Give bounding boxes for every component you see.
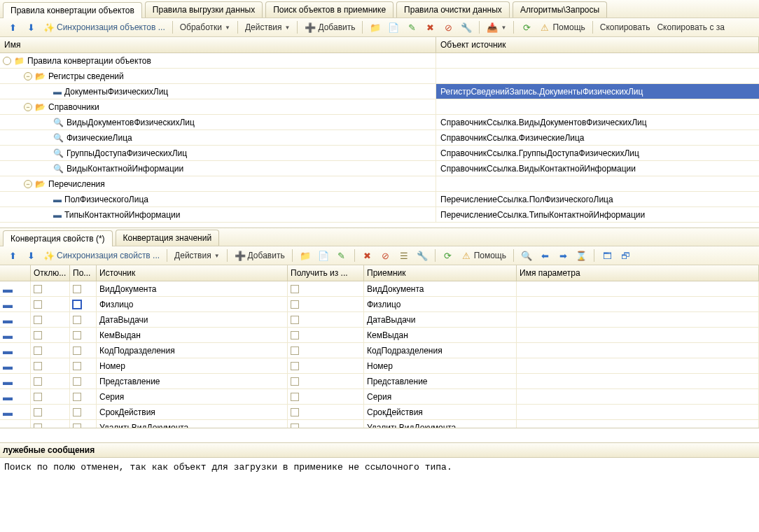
tree-row-contact-types[interactable]: 🔍ВидыКонтактнойИнформации СправочникСсыл… (0, 161, 759, 176)
delete-icon[interactable]: ✖ (422, 20, 438, 34)
checkbox-po[interactable] (73, 377, 81, 386)
checkbox-get[interactable] (291, 300, 299, 309)
search-icon[interactable]: 🔍 (518, 248, 535, 262)
prev-icon[interactable]: ⬅ (536, 248, 553, 262)
prop-row[interactable]: ▬ Серия Серия (0, 389, 759, 405)
actions-button[interactable]: Действия▼ (172, 249, 223, 262)
checkbox-disabled[interactable] (34, 408, 42, 416)
collapse-icon[interactable]: − (24, 103, 32, 111)
copy-button[interactable]: Скопировать (597, 21, 653, 34)
tab-values-conv[interactable]: Конвертация значений (116, 230, 220, 246)
checkbox-get[interactable] (291, 408, 299, 416)
col-source[interactable]: Объект источник (436, 37, 759, 52)
prop-row[interactable]: ▬ СрокДействия СрокДействия (0, 405, 759, 420)
col-marker[interactable] (0, 265, 31, 281)
checkbox-disabled[interactable] (34, 362, 42, 370)
actions-button[interactable]: Действия▼ (242, 21, 293, 34)
next-icon[interactable]: ➡ (555, 248, 571, 262)
edit-icon[interactable]: ✎ (403, 20, 420, 34)
arrow-up-icon[interactable]: ⬆ (4, 248, 21, 262)
delete-icon[interactable]: ✖ (359, 248, 376, 262)
collapse-icon[interactable]: − (24, 180, 32, 188)
prop-row[interactable]: ▬ ДатаВыдачи ДатаВыдачи (0, 312, 759, 328)
refresh-icon[interactable]: ⟳ (518, 20, 535, 34)
prop-row[interactable]: ▬ ВидДокумента ВидДокумента (0, 281, 759, 297)
checkbox-po[interactable] (73, 408, 81, 416)
config-icon[interactable]: 🔧 (414, 248, 431, 262)
tree-row-root[interactable]: 📁Правила конвертации объектов (0, 53, 759, 69)
col-dest[interactable]: Приемник (364, 265, 517, 281)
checkbox-po[interactable] (73, 393, 81, 401)
arrow-down-icon[interactable]: ⬇ (22, 20, 39, 34)
tree-row-documents[interactable]: ▬ДокументыФизическихЛиц РегистрСведенийЗ… (0, 84, 759, 99)
checkbox-disabled[interactable] (34, 424, 42, 429)
tab-cleanup-rules[interactable]: Правила очистки данных (396, 1, 510, 18)
help-button[interactable]: ⚠Помощь (536, 20, 587, 34)
help-button[interactable]: ⚠Помощь (458, 248, 509, 262)
tree-row-doc-types[interactable]: 🔍ВидыДокументовФизическихЛиц СправочникС… (0, 115, 759, 130)
new-item-icon[interactable]: 📄 (315, 248, 332, 262)
collapse-icon[interactable]: − (24, 72, 32, 80)
disabled-icon[interactable]: ⊘ (440, 20, 457, 34)
prop-row-selected[interactable]: ▬ Физлицо Физлицо (0, 297, 759, 312)
checkbox-disabled[interactable] (34, 331, 42, 340)
tab-search-objects[interactable]: Поиск объектов в приемнике (265, 1, 394, 18)
checkbox-get[interactable] (291, 393, 299, 401)
col-name[interactable]: Имя (0, 37, 436, 52)
arrow-down-icon[interactable]: ⬇ (22, 248, 39, 262)
col-po[interactable]: По... (70, 265, 97, 281)
edit-icon[interactable]: ✎ (333, 248, 350, 262)
hourglass-icon[interactable]: ⌛ (573, 248, 590, 262)
tree-row-access-groups[interactable]: 🔍ГруппыДоступаФизическихЛиц СправочникСс… (0, 146, 759, 161)
checkbox-get[interactable] (291, 346, 299, 355)
new-folder-icon[interactable]: 📁 (297, 248, 314, 262)
checkbox-po[interactable] (73, 424, 81, 429)
col-param[interactable]: Имя параметра (517, 265, 759, 281)
checkbox-disabled[interactable] (34, 377, 42, 386)
copy-from-button[interactable]: Скопировать с за (654, 21, 727, 34)
tab-export-rules[interactable]: Правила выгрузки данных (145, 1, 263, 18)
tree-row-catalogs[interactable]: −📂Справочники (0, 99, 759, 115)
tree-row-persons[interactable]: 🔍ФизическиеЛица СправочникСсылка.Физичес… (0, 130, 759, 146)
list-icon[interactable]: ☰ (396, 248, 412, 262)
prop-row[interactable]: ▬ Представление Представление (0, 374, 759, 389)
checkbox-po[interactable] (73, 285, 81, 293)
checkbox-get[interactable] (291, 362, 299, 370)
add-button[interactable]: ➕Добавить (232, 248, 288, 262)
window-icon[interactable]: 🗔 (599, 248, 615, 262)
checkbox-disabled[interactable] (34, 393, 42, 401)
refresh-icon[interactable]: ⟳ (440, 248, 457, 262)
import-icon[interactable]: 📥▼ (484, 20, 509, 34)
config-icon[interactable]: 🔧 (458, 20, 475, 34)
props-grid-body[interactable]: ▬ ВидДокумента ВидДокумента ▬ Физлицо Фи… (0, 281, 759, 428)
new-folder-icon[interactable]: 📁 (367, 20, 384, 34)
checkbox-get[interactable] (291, 316, 299, 324)
new-item-icon[interactable]: 📄 (385, 20, 402, 34)
processing-button[interactable]: Обработки▼ (177, 21, 233, 34)
col-source[interactable]: Источник (97, 265, 288, 281)
tree-row-enums[interactable]: −📂Перечисления (0, 176, 759, 192)
arrow-up-icon[interactable]: ⬆ (4, 20, 21, 34)
tab-algorithms[interactable]: Алгоритмы\Запросы (513, 1, 607, 18)
prop-row[interactable]: ▬ УдалитьВидДокумента УдалитьВидДокумент… (0, 420, 759, 428)
checkbox-po[interactable] (73, 331, 81, 340)
disabled-icon[interactable]: ⊘ (377, 248, 394, 262)
checkbox-get[interactable] (291, 377, 299, 386)
col-get[interactable]: Получить из ... (288, 265, 364, 281)
tree-row-registers[interactable]: −📂Регистры сведений (0, 69, 759, 84)
checkbox-po[interactable] (73, 346, 81, 355)
tree-area[interactable]: 📁Правила конвертации объектов −📂Регистры… (0, 53, 759, 228)
checkbox-disabled[interactable] (34, 285, 42, 293)
sync-props-button[interactable]: ✨Синхронизация свойств ... (41, 248, 162, 262)
tree-row-gender[interactable]: ▬ПолФизическогоЛица ПеречислениеСсылка.П… (0, 192, 759, 207)
add-button[interactable]: ➕Добавить (302, 20, 358, 34)
checkbox-get[interactable] (291, 424, 299, 429)
col-disabled[interactable]: Отклю... (31, 265, 70, 281)
checkbox-disabled[interactable] (34, 316, 42, 324)
checkbox-po[interactable] (73, 316, 81, 324)
sync-objects-button[interactable]: ✨Синхронизация объектов ... (41, 20, 168, 34)
checkbox-disabled[interactable] (34, 346, 42, 355)
prop-row[interactable]: ▬ КодПодразделения КодПодразделения (0, 343, 759, 358)
prop-row[interactable]: ▬ Номер Номер (0, 358, 759, 374)
checkbox-po[interactable] (73, 362, 81, 370)
